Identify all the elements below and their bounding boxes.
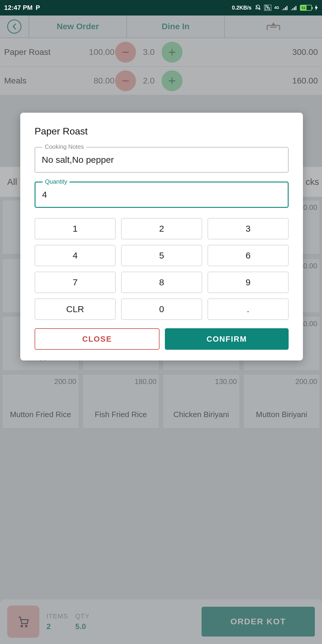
confirm-button[interactable]: CONFIRM — [165, 328, 233, 350]
parking-icon: P — [35, 4, 40, 12]
key-5[interactable]: 5 — [121, 245, 202, 266]
key-8[interactable]: 8 — [121, 272, 202, 293]
dialog-actions: CLOSE CONFIRM — [35, 328, 233, 350]
close-button[interactable]: CLOSE — [35, 328, 160, 350]
cooking-notes-value: No salt,No pepper — [42, 155, 233, 165]
cooking-notes-legend: Cooking Notes — [42, 143, 86, 150]
numeric-keypad: 1 2 3 4 5 6 7 8 9 CLR 0 . — [35, 218, 233, 320]
key-dot[interactable]: . — [208, 298, 233, 320]
net-speed: 0.2KB/s — [232, 5, 233, 11]
key-3[interactable]: 3 — [208, 218, 233, 239]
confirm-label: CONFIRM — [207, 335, 233, 344]
key-clear[interactable]: CLR — [35, 298, 116, 320]
close-label: CLOSE — [82, 335, 112, 344]
key-7[interactable]: 7 — [35, 272, 116, 293]
key-9[interactable]: 9 — [208, 272, 233, 293]
key-6[interactable]: 6 — [208, 245, 233, 266]
key-0[interactable]: 0 — [121, 298, 202, 320]
quantity-legend: Quantity — [43, 178, 69, 185]
quantity-value: 4 — [42, 190, 233, 200]
key-2[interactable]: 2 — [121, 218, 202, 239]
android-status-bar: 12:47 PM P 0.2KB/s VoLTE 4G 51 — [0, 0, 233, 16]
clock: 12:47 PM — [4, 4, 32, 12]
dialog-title: Paper Roast — [35, 126, 233, 137]
key-1[interactable]: 1 — [35, 218, 116, 239]
quantity-field[interactable]: Quantity 4 — [35, 182, 233, 208]
cooking-notes-field[interactable]: Cooking Notes No salt,No pepper — [35, 147, 233, 173]
key-4[interactable]: 4 — [35, 245, 116, 266]
item-edit-dialog: Paper Roast Cooking Notes No salt,No pep… — [20, 113, 233, 360]
